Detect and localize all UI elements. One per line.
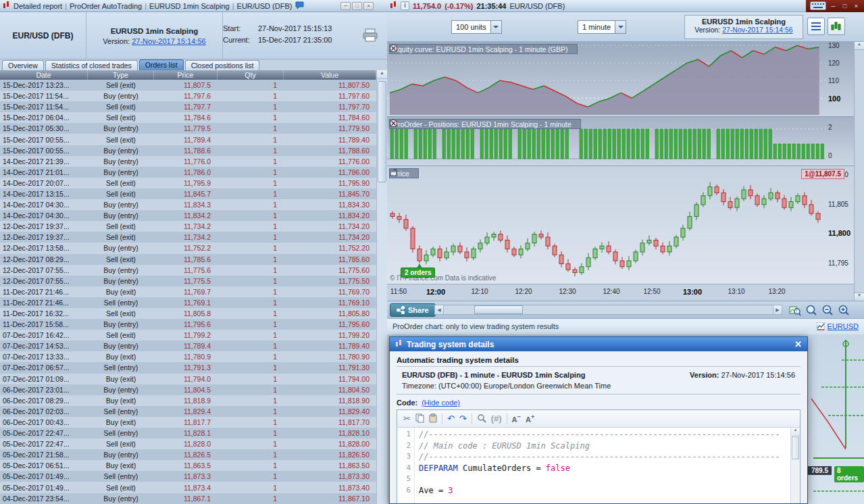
table-row[interactable]: 07-Dec-2017 06:57...Sell (entry)11,791.3…	[0, 362, 376, 373]
zoom-selection-icon[interactable]	[805, 303, 818, 317]
units-select[interactable]: 100 units	[451, 20, 502, 34]
table-row[interactable]: 15-Dec-2017 11:54...Sell (exit)11,797.71…	[0, 101, 376, 112]
print-icon[interactable]	[363, 28, 378, 42]
table-row[interactable]: 05-Dec-2017 01:49...Sell (exit)11,873.41…	[0, 482, 376, 493]
column-header-price[interactable]: Price	[154, 70, 218, 80]
hide-code-link[interactable]: (Hide code)	[422, 399, 460, 407]
table-row[interactable]: 12-Dec-2017 07:55...Buy (entry)11,775.61…	[0, 265, 376, 276]
tab-orders-list[interactable]: Orders list	[139, 59, 184, 70]
copy-icon[interactable]	[415, 413, 424, 424]
chart-style-icon[interactable]	[828, 18, 845, 35]
table-row[interactable]: 12-Dec-2017 07:55...Buy (entry)11,775.51…	[0, 276, 376, 286]
table-row[interactable]: 05-Dec-2017 06:51...Buy (exit)11,863.511…	[0, 460, 376, 471]
table-row[interactable]: 07-Dec-2017 14:53...Buy (entry)11,789.41…	[0, 341, 376, 351]
zoom-area-icon[interactable]	[788, 303, 802, 317]
table-row[interactable]: 04-Dec-2017 23:54...Buy (entry)11,867.11…	[0, 493, 376, 504]
table-row[interactable]: 15-Dec-2017 06:04...Sell (exit)11,784.61…	[0, 112, 376, 123]
table-row[interactable]: 14-Dec-2017 04:30...Buy (entry)11,834.31…	[0, 199, 376, 210]
info-icon[interactable]: i	[401, 1, 409, 10]
table-row[interactable]: 14-Dec-2017 21:01...Buy (entry)11,786.01…	[0, 167, 376, 178]
table-row[interactable]: 06-Dec-2017 23:01...Buy (entry)11,804.51…	[0, 384, 376, 395]
table-row[interactable]: 15-Dec-2017 05:30...Buy (entry)11,779.51…	[0, 123, 376, 134]
tab-closed-positions-list[interactable]: Closed positions list	[185, 60, 260, 70]
scroll-up-icon[interactable]: ▲	[855, 42, 864, 50]
scrollbar-thumb[interactable]	[474, 305, 523, 314]
scrollbar-thumb[interactable]	[792, 436, 799, 459]
table-row[interactable]: 14-Dec-2017 21:39...Buy (entry)11,776.01…	[0, 156, 376, 167]
table-row[interactable]: 05-Dec-2017 22:47...Sell (exit)11,828.01…	[0, 438, 376, 449]
zoom-in-icon[interactable]	[837, 303, 850, 317]
table-row[interactable]: 05-Dec-2017 22:47...Sell (entry)11,828.1…	[0, 428, 376, 438]
column-header-date[interactable]: Date	[0, 70, 88, 80]
keyboard-icon[interactable]	[810, 1, 826, 11]
scroll-left-icon[interactable]: ◀	[435, 305, 444, 314]
undo-icon[interactable]: ↶	[447, 414, 455, 423]
version-link[interactable]: 27-Nov-2017 15:14:56	[132, 37, 205, 45]
font-increase-icon[interactable]: A+	[526, 413, 534, 424]
orders-list-icon[interactable]	[807, 18, 825, 35]
table-row[interactable]: 15-Dec-2017 11:54...Buy (entry)11,797.61…	[0, 91, 376, 101]
table-scrollbar[interactable]: ▲	[376, 70, 387, 504]
tab-statistics-of-closed-trades[interactable]: Statistics of closed trades	[45, 60, 138, 70]
table-row[interactable]: 15-Dec-2017 00:55...Buy (entry)11,788.61…	[0, 145, 376, 156]
code-content[interactable]: //--------------------------------------…	[415, 428, 790, 504]
search-icon[interactable]	[477, 413, 486, 424]
table-row[interactable]: 11-Dec-2017 15:58...Buy (entry)11,795.61…	[0, 319, 376, 330]
cut-icon[interactable]: ✂	[403, 414, 411, 423]
code-editor[interactable]: ✂ ↶ ↷ (#) A− A+ 123456 //---------------…	[397, 409, 801, 504]
time-scrollbar[interactable]: ◀ ▶	[434, 305, 782, 315]
scroll-up-icon[interactable]: ▲	[791, 428, 800, 436]
close-icon[interactable]: ✕	[794, 339, 802, 349]
table-row[interactable]: 11-Dec-2017 21:46...Buy (exit)11,769.711…	[0, 286, 376, 297]
share-button[interactable]: Share	[390, 303, 436, 317]
font-decrease-icon[interactable]: A−	[512, 413, 521, 424]
chat-icon[interactable]	[295, 1, 304, 10]
table-row[interactable]: 14-Dec-2017 04:30...Buy (entry)11,834.21…	[0, 210, 376, 221]
table-row[interactable]: 06-Dec-2017 02:03...Sell (entry)11,829.4…	[0, 406, 376, 417]
table-row[interactable]: 12-Dec-2017 19:37...Sell (exit)11,734.21…	[0, 232, 376, 243]
dialog-titlebar[interactable]: Trading system details ✕	[390, 337, 807, 351]
table-row[interactable]: 06-Dec-2017 00:43...Buy (exit)11,817.711…	[0, 417, 376, 428]
zoom-out-icon[interactable]	[821, 303, 834, 317]
paste-icon[interactable]	[429, 413, 437, 424]
instrument-link[interactable]: EURUSD	[828, 322, 859, 330]
table-row[interactable]: 12-Dec-2017 13:58...Buy (entry)11,752.21…	[0, 243, 376, 253]
chart-scrollbar[interactable]: ▲ ▼	[854, 42, 864, 301]
table-row[interactable]: 07-Dec-2017 13:33...Buy (exit)11,780.911…	[0, 351, 376, 362]
chevron-down-icon[interactable]	[490, 21, 501, 33]
table-row[interactable]: 06-Dec-2017 08:29...Buy (exit)11,818.911…	[0, 395, 376, 406]
close-button[interactable]: ×	[852, 3, 861, 9]
close-button[interactable]: ×	[363, 2, 374, 10]
version-link[interactable]: 27-Nov-2017 15:14:56	[722, 26, 793, 34]
table-row[interactable]: 12-Dec-2017 19:37...Sell (exit)11,734.21…	[0, 221, 376, 232]
scroll-up-icon[interactable]: ▲	[377, 70, 387, 79]
left-titlebar[interactable]: Detailed report|ProOrder AutoTrading|EUR…	[0, 0, 387, 12]
table-row[interactable]: 05-Dec-2017 21:58...Buy (entry)11,826.51…	[0, 449, 376, 460]
goto-line-icon[interactable]: (#)	[491, 414, 502, 423]
chart-titlebar[interactable]: i 11,754.0 (-0.17%) 21:35:44 EUR/USD (DF…	[387, 0, 864, 12]
table-row[interactable]: 14-Dec-2017 13:15...Sell (exit)11,845.71…	[0, 188, 376, 199]
scrollbar-thumb[interactable]	[378, 81, 386, 182]
code-scrollbar[interactable]: ▲	[790, 428, 800, 504]
scroll-down-icon[interactable]: ▼	[855, 293, 864, 301]
timeframe-select[interactable]: 1 minute	[578, 20, 626, 34]
table-row[interactable]: 15-Dec-2017 00:55...Sell (exit)11,789.41…	[0, 134, 376, 145]
redo-icon[interactable]: ↷	[459, 414, 467, 423]
price-chart[interactable]	[387, 166, 825, 284]
table-row[interactable]: 07-Dec-2017 16:42...Sell (exit)11,799.21…	[0, 330, 376, 341]
table-row[interactable]: 11-Dec-2017 21:46...Sell (entry)11,769.1…	[0, 297, 376, 308]
table-row[interactable]: 15-Dec-2017 13:23...Sell (exit)11,807.51…	[0, 80, 376, 91]
chevron-down-icon[interactable]	[615, 21, 626, 33]
table-row[interactable]: 12-Dec-2017 08:29...Sell (exit)11,785.61…	[0, 254, 376, 265]
scroll-right-icon[interactable]: ▶	[773, 305, 782, 314]
maximize-button[interactable]: □	[352, 2, 362, 10]
column-header-type[interactable]: Type	[88, 70, 154, 80]
column-header-qty[interactable]: Qty	[218, 70, 284, 80]
column-header-value[interactable]: Value	[284, 70, 376, 80]
minimize-button[interactable]: ─	[340, 2, 351, 10]
table-row[interactable]: 07-Dec-2017 01:09...Buy (exit)11,794.011…	[0, 374, 376, 384]
table-row[interactable]: 11-Dec-2017 16:32...Sell (exit)11,805.81…	[0, 308, 376, 319]
table-row[interactable]: 05-Dec-2017 01:49...Sell (entry)11,873.3…	[0, 471, 376, 482]
maximize-button[interactable]: □	[840, 3, 849, 9]
minimize-button[interactable]: ─	[829, 3, 838, 9]
